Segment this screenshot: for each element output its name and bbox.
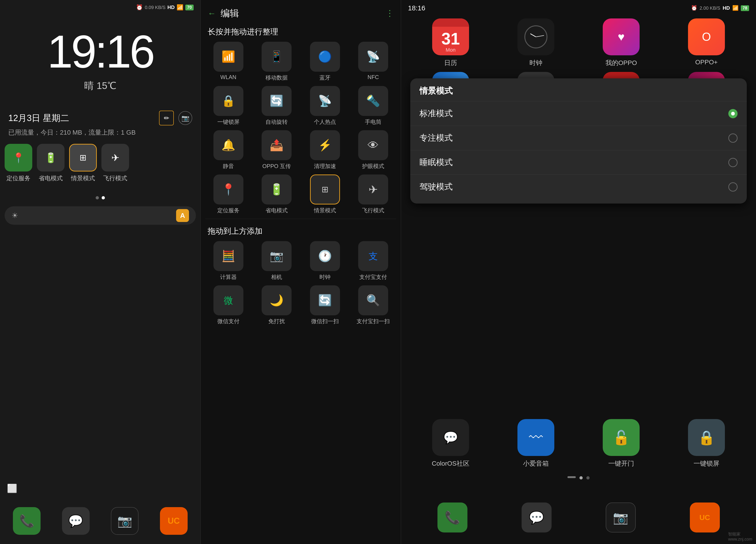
- tile-airplane-mid[interactable]: ✈ 飞行模式: [350, 174, 396, 214]
- lockopen-label: 一键开门: [608, 459, 634, 468]
- left-date: 12月3日 星期二: [8, 112, 69, 124]
- tile-mobile-data[interactable]: 📱 移动数据: [254, 42, 300, 81]
- dot-2: [102, 196, 105, 199]
- app-calendar[interactable]: 31 Mon 日历: [410, 18, 491, 67]
- standard-radio[interactable]: [728, 109, 738, 118]
- app-lockscreen[interactable]: 🔒 一键锁屏: [666, 419, 747, 468]
- tile-battery-mid[interactable]: 🔋 省电模式: [254, 174, 300, 214]
- scene-option-focus[interactable]: 专注模式: [410, 126, 747, 150]
- quick-tile-location[interactable]: 📍 定位服务: [5, 144, 32, 182]
- tile-lockscreen[interactable]: 🔒 一键锁屏: [205, 86, 251, 126]
- tile-wechat-pay[interactable]: 微 微信支付: [205, 285, 251, 325]
- sleep-radio[interactable]: [728, 158, 738, 167]
- bluetooth-label: 蓝牙: [319, 74, 331, 81]
- tile-clock-mid[interactable]: 🕐 时钟: [302, 241, 348, 281]
- left-search-bar[interactable]: ☀ A: [5, 206, 196, 225]
- tile-wlan[interactable]: 📶 WLAN: [205, 42, 251, 81]
- location-label: 定位服务: [6, 174, 30, 182]
- app-oppoplus[interactable]: O OPPO+: [666, 18, 747, 67]
- tile-wechat-scan[interactable]: 🔄 微信扫一扫: [302, 285, 348, 325]
- mid-title: 编辑: [221, 7, 381, 20]
- tiles-row4: 📍 定位服务 🔋 省电模式 ⊞ 情景模式 ✈ 飞行模式: [201, 172, 401, 216]
- oppoplus-label: OPPO+: [695, 59, 718, 66]
- section2-title: 拖动到上方添加: [201, 221, 401, 239]
- tile-rotate[interactable]: 🔄 自动旋转: [254, 86, 300, 126]
- tile-scene-mid[interactable]: ⊞ 情景模式: [302, 174, 348, 214]
- tile-hotspot[interactable]: 📡 个人热点: [302, 86, 348, 126]
- app-clock[interactable]: 时钟: [496, 18, 576, 67]
- coloros-icon: 💬: [432, 419, 469, 456]
- tile-camera-mid[interactable]: 📷 相机: [254, 241, 300, 281]
- tile-location-mid[interactable]: 📍 定位服务: [205, 174, 251, 214]
- coloros-label: ColorOS社区: [432, 459, 469, 468]
- quick-tile-airplane[interactable]: ✈ 飞行模式: [101, 144, 129, 182]
- calendar-weekday: Mon: [446, 47, 456, 53]
- app-myoppo[interactable]: ♥ 我的OPPO: [581, 18, 661, 67]
- edit-icon[interactable]: ✏: [159, 111, 174, 125]
- dot-1: [96, 196, 99, 199]
- right-clock: 18:16: [408, 4, 425, 12]
- back-button[interactable]: ←: [208, 9, 216, 18]
- right-dock-phone[interactable]: 📞: [437, 503, 467, 532]
- flashlight-label: 手电筒: [365, 118, 381, 126]
- drive-radio[interactable]: [728, 182, 738, 192]
- clock-min-hand: [536, 35, 544, 37]
- nfc-icon: 📡: [358, 42, 388, 72]
- left-time-display: 19:16 晴 15℃: [0, 29, 201, 92]
- alipay-icon: 支: [358, 241, 388, 271]
- search-avatar[interactable]: A: [176, 209, 189, 222]
- right-dock-camera[interactable]: 📷: [606, 503, 636, 532]
- tile-clean[interactable]: ⚡ 清理加速: [302, 130, 348, 170]
- tile-alipay[interactable]: 支 支付宝支付: [350, 241, 396, 281]
- multitask-icon[interactable]: ⬜: [7, 484, 17, 493]
- tile-bluetooth[interactable]: 🔵 蓝牙: [302, 42, 348, 81]
- dock-message[interactable]: 💬: [62, 507, 90, 535]
- search-sun-icon: ☀: [12, 211, 18, 220]
- right-dock-message[interactable]: 💬: [522, 503, 552, 532]
- lockscreen-label: 一键锁屏: [217, 118, 239, 126]
- dock-uc[interactable]: UC: [160, 507, 188, 535]
- dnd-label: 免打扰: [268, 318, 285, 325]
- right-dock-uc[interactable]: UC: [690, 503, 720, 532]
- tile-eyecare[interactable]: 👁 护眼模式: [350, 130, 396, 170]
- right-bottom-apps: 💬 ColorOS社区 〰 小爱音箱 🔓 一键开门 🔒 一键锁屏: [401, 417, 756, 470]
- tile-flashlight[interactable]: 🔦 手电筒: [350, 86, 396, 126]
- camera-mid-icon: 📷: [262, 241, 292, 271]
- location-icon: 📍: [5, 144, 32, 171]
- dock-camera[interactable]: 📷: [111, 507, 139, 535]
- tile-calc[interactable]: 🧮 计算器: [205, 241, 251, 281]
- camera-mid-label: 相机: [271, 273, 282, 281]
- scene-option-standard[interactable]: 标准模式: [410, 101, 747, 126]
- scene-option-sleep[interactable]: 睡眠模式: [410, 150, 747, 174]
- app-xiaoai[interactable]: 〰 小爱音箱: [496, 419, 576, 468]
- clock-label: 时钟: [529, 59, 542, 67]
- tiles-row5: 🧮 计算器 📷 相机 🕐 时钟 支 支付宝支付: [201, 239, 401, 283]
- silent-icon: 🔔: [213, 130, 243, 160]
- tile-oppo-share[interactable]: 📤 OPPO 互传: [254, 130, 300, 170]
- quick-tile-scene[interactable]: ⊞ 情景模式: [69, 144, 97, 182]
- left-quick-tiles: 📍 定位服务 🔋 省电模式 ⊞ 情景模式 ✈ 飞行模式: [0, 144, 201, 182]
- app-lockopen[interactable]: 🔓 一键开门: [581, 419, 661, 468]
- tiles-row3: 🔔 静音 📤 OPPO 互传 ⚡ 清理加速 👁 护眼模式: [201, 128, 401, 172]
- section1-title: 长按并拖动进行整理: [201, 22, 401, 39]
- watermark: 智能家www.znj.com: [728, 531, 752, 542]
- dock-phone[interactable]: 📞: [13, 507, 41, 535]
- app-coloros[interactable]: 💬 ColorOS社区: [410, 419, 491, 468]
- quick-tile-battery[interactable]: 🔋 省电模式: [37, 144, 65, 182]
- clean-label: 清理加速: [314, 163, 336, 170]
- tile-dnd[interactable]: 🌙 免打扰: [254, 285, 300, 325]
- camera-icon-btn[interactable]: 📷: [178, 111, 192, 125]
- tile-alipay-scan[interactable]: 🔍 支付宝扫一扫: [350, 285, 396, 325]
- lockscreen-app-icon: 🔒: [688, 419, 725, 456]
- mobile-data-icon: 📱: [262, 42, 292, 72]
- lockscreen-icon: 🔒: [213, 86, 243, 116]
- scene-mid-icon: ⊞: [310, 174, 340, 204]
- scene-option-drive[interactable]: 驾驶模式: [410, 174, 747, 199]
- more-button[interactable]: ⋮: [386, 9, 394, 18]
- scene-label: 情景模式: [71, 174, 95, 182]
- tiles-row1: 📶 WLAN 📱 移动数据 🔵 蓝牙 📡 NFC: [201, 39, 401, 84]
- focus-radio[interactable]: [728, 133, 738, 143]
- calc-label: 计算器: [220, 273, 237, 281]
- tile-silent[interactable]: 🔔 静音: [205, 130, 251, 170]
- tile-nfc[interactable]: 📡 NFC: [350, 42, 396, 81]
